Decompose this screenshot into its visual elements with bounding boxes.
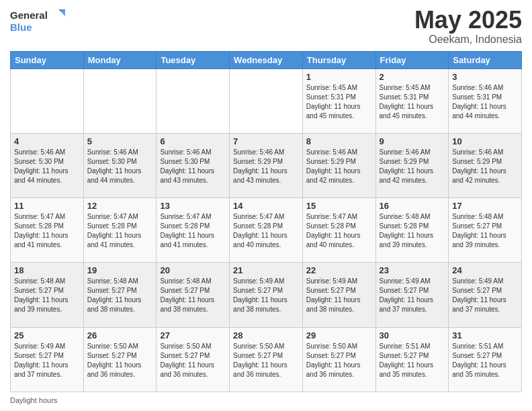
footer: Daylight hours [10,396,522,404]
calendar-week-row: 1Sunrise: 5:45 AM Sunset: 5:31 PM Daylig… [11,68,522,133]
day-number: 31 [452,330,518,340]
day-info: Sunrise: 5:49 AM Sunset: 5:27 PM Dayligh… [452,277,518,314]
day-number: 12 [87,201,153,211]
day-info: Sunrise: 5:46 AM Sunset: 5:29 PM Dayligh… [306,148,372,185]
day-number: 26 [87,330,153,340]
calendar-cell: 28Sunrise: 5:50 AM Sunset: 5:27 PM Dayli… [230,327,303,392]
day-info: Sunrise: 5:46 AM Sunset: 5:29 PM Dayligh… [380,148,445,185]
calendar-page: General Blue May 2025 Oeekam, Indonesia … [0,0,532,411]
day-info: Sunrise: 5:47 AM Sunset: 5:28 PM Dayligh… [306,212,372,250]
day-number: 3 [452,72,518,82]
day-info: Sunrise: 5:50 AM Sunset: 5:27 PM Dayligh… [160,342,226,379]
day-number: 28 [233,330,299,340]
day-number: 30 [380,330,445,340]
day-number: 2 [380,72,445,82]
daylight-label: Daylight hours [10,396,57,404]
calendar-week-row: 4Sunrise: 5:46 AM Sunset: 5:30 PM Daylig… [11,133,522,197]
calendar-subtitle: Oeekam, Indonesia [414,34,522,46]
day-number: 27 [160,330,226,340]
svg-text:General: General [10,9,48,21]
calendar-cell: 31Sunrise: 5:51 AM Sunset: 5:27 PM Dayli… [449,327,522,392]
calendar-cell [83,68,157,133]
day-number: 25 [14,330,80,340]
calendar-cell: 6Sunrise: 5:46 AM Sunset: 5:30 PM Daylig… [157,133,230,197]
day-number: 5 [87,136,153,146]
col-tuesday: Tuesday [157,51,230,68]
day-info: Sunrise: 5:47 AM Sunset: 5:28 PM Dayligh… [87,212,153,250]
logo-svg: General Blue [10,7,71,35]
day-number: 4 [14,136,80,146]
day-info: Sunrise: 5:45 AM Sunset: 5:31 PM Dayligh… [380,83,445,121]
calendar-cell: 22Sunrise: 5:49 AM Sunset: 5:27 PM Dayli… [302,263,375,327]
day-info: Sunrise: 5:49 AM Sunset: 5:27 PM Dayligh… [14,342,80,379]
col-monday: Monday [83,51,157,68]
calendar-cell: 7Sunrise: 5:46 AM Sunset: 5:29 PM Daylig… [230,133,303,197]
day-number: 23 [380,265,445,275]
day-number: 17 [452,201,518,211]
calendar-cell: 4Sunrise: 5:46 AM Sunset: 5:30 PM Daylig… [11,133,84,197]
header: General Blue May 2025 Oeekam, Indonesia [10,7,522,46]
day-info: Sunrise: 5:46 AM Sunset: 5:30 PM Dayligh… [87,148,153,185]
calendar-cell: 14Sunrise: 5:47 AM Sunset: 5:28 PM Dayli… [230,198,303,263]
day-info: Sunrise: 5:46 AM Sunset: 5:29 PM Dayligh… [452,148,518,185]
day-number: 14 [233,201,299,211]
calendar-cell [11,68,84,133]
calendar-table: Sunday Monday Tuesday Wednesday Thursday… [10,51,522,392]
calendar-week-row: 25Sunrise: 5:49 AM Sunset: 5:27 PM Dayli… [11,327,522,392]
calendar-cell: 23Sunrise: 5:49 AM Sunset: 5:27 PM Dayli… [375,263,449,327]
day-number: 15 [306,201,372,211]
day-info: Sunrise: 5:47 AM Sunset: 5:28 PM Dayligh… [233,212,299,250]
day-info: Sunrise: 5:50 AM Sunset: 5:27 PM Dayligh… [233,342,299,379]
day-number: 9 [380,136,445,146]
title-block: May 2025 Oeekam, Indonesia [414,7,522,46]
day-info: Sunrise: 5:48 AM Sunset: 5:27 PM Dayligh… [160,277,226,314]
calendar-cell: 12Sunrise: 5:47 AM Sunset: 5:28 PM Dayli… [83,198,157,263]
calendar-cell: 26Sunrise: 5:50 AM Sunset: 5:27 PM Dayli… [83,327,157,392]
svg-text:Blue: Blue [10,21,32,33]
calendar-week-row: 18Sunrise: 5:48 AM Sunset: 5:27 PM Dayli… [11,263,522,327]
col-sunday: Sunday [11,51,84,68]
calendar-cell: 5Sunrise: 5:46 AM Sunset: 5:30 PM Daylig… [83,133,157,197]
day-info: Sunrise: 5:47 AM Sunset: 5:28 PM Dayligh… [14,212,80,250]
day-info: Sunrise: 5:47 AM Sunset: 5:28 PM Dayligh… [160,212,226,250]
day-info: Sunrise: 5:50 AM Sunset: 5:27 PM Dayligh… [87,342,153,379]
calendar-cell: 13Sunrise: 5:47 AM Sunset: 5:28 PM Dayli… [157,198,230,263]
calendar-cell [157,68,230,133]
calendar-cell: 9Sunrise: 5:46 AM Sunset: 5:29 PM Daylig… [375,133,449,197]
calendar-cell: 1Sunrise: 5:45 AM Sunset: 5:31 PM Daylig… [302,68,375,133]
calendar-cell: 8Sunrise: 5:46 AM Sunset: 5:29 PM Daylig… [302,133,375,197]
calendar-week-row: 11Sunrise: 5:47 AM Sunset: 5:28 PM Dayli… [11,198,522,263]
calendar-cell: 16Sunrise: 5:48 AM Sunset: 5:28 PM Dayli… [375,198,449,263]
day-number: 13 [160,201,226,211]
day-info: Sunrise: 5:49 AM Sunset: 5:27 PM Dayligh… [233,277,299,314]
calendar-cell: 25Sunrise: 5:49 AM Sunset: 5:27 PM Dayli… [11,327,84,392]
calendar-cell: 29Sunrise: 5:50 AM Sunset: 5:27 PM Dayli… [302,327,375,392]
day-number: 21 [233,265,299,275]
day-info: Sunrise: 5:49 AM Sunset: 5:27 PM Dayligh… [306,277,372,314]
day-info: Sunrise: 5:46 AM Sunset: 5:29 PM Dayligh… [233,148,299,185]
logo: General Blue [10,7,71,35]
calendar-header-row: Sunday Monday Tuesday Wednesday Thursday… [11,51,522,68]
col-wednesday: Wednesday [230,51,303,68]
calendar-cell: 24Sunrise: 5:49 AM Sunset: 5:27 PM Dayli… [449,263,522,327]
day-info: Sunrise: 5:48 AM Sunset: 5:27 PM Dayligh… [14,277,80,314]
calendar-cell: 2Sunrise: 5:45 AM Sunset: 5:31 PM Daylig… [375,68,449,133]
day-info: Sunrise: 5:51 AM Sunset: 5:27 PM Dayligh… [452,342,518,379]
calendar-cell: 27Sunrise: 5:50 AM Sunset: 5:27 PM Dayli… [157,327,230,392]
day-info: Sunrise: 5:51 AM Sunset: 5:27 PM Dayligh… [380,342,445,379]
col-friday: Friday [375,51,449,68]
day-number: 7 [233,136,299,146]
calendar-cell: 20Sunrise: 5:48 AM Sunset: 5:27 PM Dayli… [157,263,230,327]
calendar-cell: 3Sunrise: 5:46 AM Sunset: 5:31 PM Daylig… [449,68,522,133]
calendar-cell: 19Sunrise: 5:48 AM Sunset: 5:27 PM Dayli… [83,263,157,327]
day-number: 18 [14,265,80,275]
day-info: Sunrise: 5:48 AM Sunset: 5:27 PM Dayligh… [452,212,518,250]
day-info: Sunrise: 5:49 AM Sunset: 5:27 PM Dayligh… [380,277,445,314]
svg-marker-3 [60,11,65,16]
calendar-cell: 10Sunrise: 5:46 AM Sunset: 5:29 PM Dayli… [449,133,522,197]
day-info: Sunrise: 5:45 AM Sunset: 5:31 PM Dayligh… [306,83,372,121]
day-number: 10 [452,136,518,146]
day-number: 19 [87,265,153,275]
calendar-cell: 17Sunrise: 5:48 AM Sunset: 5:27 PM Dayli… [449,198,522,263]
calendar-cell: 21Sunrise: 5:49 AM Sunset: 5:27 PM Dayli… [230,263,303,327]
